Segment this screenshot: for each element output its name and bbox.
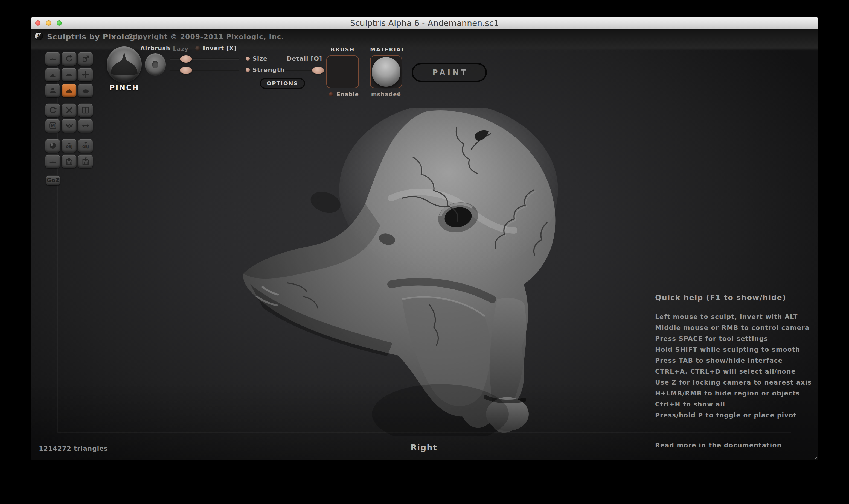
mask-icon: [48, 121, 58, 130]
sculpt-tool-group: [45, 52, 94, 100]
material-name: mshade6: [370, 91, 402, 97]
open-file-button[interactable]: [62, 155, 76, 168]
draw-button[interactable]: [45, 68, 60, 82]
new-sphere-button[interactable]: [45, 139, 60, 152]
help-line: Ctrl+H to show all: [655, 401, 818, 412]
size-indicator-icon: [246, 57, 250, 61]
titlebar: Sculptris Alpha 6 - Andemannen.sc1: [31, 17, 818, 29]
scale-button[interactable]: [78, 52, 93, 66]
help-line: Press SPACE for tool settings: [655, 335, 818, 346]
view-orientation-label: Right: [403, 443, 445, 452]
brush-dot-preview[interactable]: [145, 53, 166, 76]
airbrush-toggle[interactable]: Airbrush: [140, 45, 170, 52]
quick-help-title: Quick help (F1 to show/hide): [655, 293, 818, 302]
flatten-button[interactable]: [62, 68, 76, 82]
inflate-button[interactable]: [45, 84, 60, 97]
pinch-preview-icon: [107, 47, 142, 83]
lazy-toggle[interactable]: Lazy: [173, 46, 188, 52]
copyright-text: Copyright © 2009-2011 Pixologic, Inc.: [127, 33, 284, 41]
options-button[interactable]: OPTIONS: [260, 78, 305, 89]
obj-import-icon: [64, 141, 74, 150]
obj-export-icon: [81, 141, 90, 150]
pinch-icon: [64, 86, 74, 95]
help-line: Middle mouse or RMB to control camera: [655, 324, 818, 335]
sculpted-skull-model[interactable]: [238, 108, 558, 436]
reduce-selected-button[interactable]: [62, 103, 76, 117]
goz-button[interactable]: GoZ: [46, 176, 60, 185]
detail-slider[interactable]: [285, 67, 319, 74]
help-line: Press/hold P to toggle or place pivot: [655, 412, 818, 422]
plane-icon: [48, 157, 58, 166]
scale-icon: [81, 54, 90, 63]
subdivide-icon: [81, 106, 90, 114]
symmetry-icon: [81, 121, 90, 130]
invert-indicator-icon[interactable]: [195, 46, 200, 51]
material-sphere-preview: [372, 57, 400, 87]
strength-label: Strength: [253, 67, 285, 73]
material-swatch[interactable]: [370, 55, 402, 88]
brush-enable-toggle[interactable]: Enable: [336, 91, 359, 97]
sphere-icon: [48, 141, 58, 150]
size-label: Size: [253, 55, 267, 62]
rotate-icon: [64, 54, 74, 63]
mask-button[interactable]: [45, 119, 60, 132]
open-file-icon: [64, 157, 74, 166]
inflate-icon: [48, 86, 58, 95]
save-file-button[interactable]: [78, 155, 93, 168]
size-slider-knob[interactable]: [180, 55, 192, 62]
grab-button[interactable]: [78, 68, 93, 82]
paint-mode-button[interactable]: PAINT: [412, 63, 487, 82]
strength-slider-knob[interactable]: [180, 67, 192, 74]
rotate-button[interactable]: [62, 52, 76, 66]
file-tool-group: [45, 139, 94, 170]
material-panel-title: MATERIAL: [370, 46, 402, 53]
wireframe-button[interactable]: [62, 119, 76, 132]
help-line: H+LMB/RMB to hide region or objects: [655, 390, 818, 401]
sculptris-logo-icon: S: [34, 32, 43, 40]
export-obj-button[interactable]: [78, 139, 93, 152]
invert-toggle[interactable]: Invert [X]: [203, 45, 237, 52]
new-plane-button[interactable]: [45, 155, 60, 168]
help-line: Left mouse to sculpt, invert with ALT: [655, 313, 818, 324]
tool-preview-sphere[interactable]: [107, 47, 142, 83]
mesh-tool-group: [45, 103, 94, 134]
strength-slider[interactable]: [170, 67, 239, 74]
pinch-button[interactable]: [62, 84, 76, 97]
smooth-icon: [81, 86, 90, 95]
app-content: S Sculptris by Pixologic Copyright © 200…: [31, 29, 818, 460]
quick-help-lines: Left mouse to sculpt, invert with ALTMid…: [655, 313, 818, 422]
brush-enable-indicator-icon[interactable]: [329, 92, 333, 96]
strength-indicator-icon: [246, 68, 250, 72]
detail-label: Detail [Q]: [287, 55, 322, 62]
help-line: Hold SHIFT while sculpting to smooth: [655, 346, 818, 357]
grab-icon: [81, 70, 90, 79]
brush-panel-title: BRUSH: [326, 46, 359, 53]
smooth-button[interactable]: [78, 84, 93, 97]
symmetry-button[interactable]: [78, 119, 93, 132]
reduce-brush-button[interactable]: [45, 103, 60, 117]
help-line: Use Z for locking camera to nearest axis: [655, 379, 818, 390]
quick-help-panel: Quick help (F1 to show/hide) Left mouse …: [655, 293, 818, 449]
brush-texture-swatch[interactable]: [326, 55, 359, 88]
help-line: CTRL+A, CTRL+D will select all/none: [655, 368, 818, 379]
draw-icon: [48, 70, 58, 79]
app-window: Sculptris Alpha 6 - Andemannen.sc1 S Scu…: [31, 17, 818, 460]
wireframe-icon: [64, 121, 74, 130]
crease-button[interactable]: [45, 52, 60, 66]
import-obj-button[interactable]: [62, 139, 76, 152]
crease-icon: [48, 54, 58, 63]
size-slider[interactable]: [170, 55, 239, 62]
subdivide-all-button[interactable]: [78, 103, 93, 117]
save-file-icon: [81, 157, 90, 166]
window-title: Sculptris Alpha 6 - Andemannen.sc1: [31, 17, 818, 29]
reduce-brush-icon: [48, 106, 58, 114]
flatten-icon: [64, 70, 74, 79]
resize-grip[interactable]: [815, 456, 817, 458]
help-line: Press TAB to show/hide interface: [655, 357, 818, 368]
triangle-count: 1214272 triangles: [39, 445, 108, 452]
reduce-selected-icon: [64, 106, 74, 114]
detail-slider-knob[interactable]: [312, 67, 324, 74]
active-tool-name: PINCH: [104, 83, 144, 92]
quick-help-footer: Read more in the documentation: [655, 442, 818, 449]
